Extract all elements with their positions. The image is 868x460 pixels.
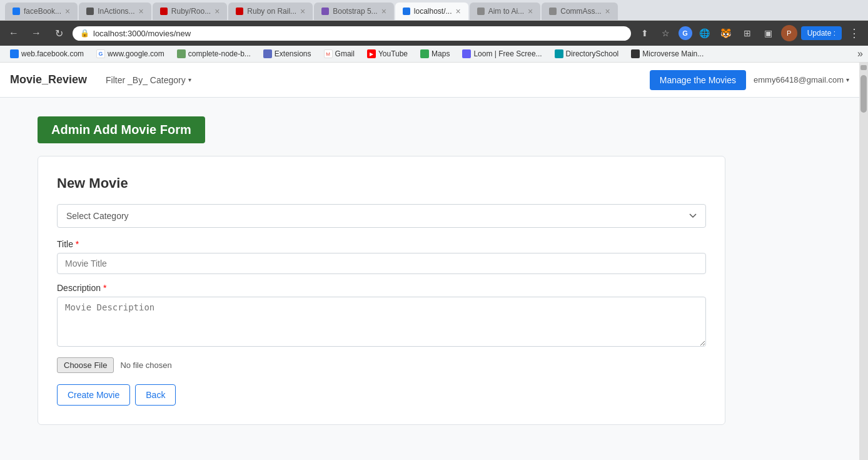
- back-nav-button[interactable]: ←: [5, 24, 23, 42]
- tab-comm[interactable]: CommAss... ×: [542, 3, 618, 20]
- bookmark-gmail-label: Gmail: [335, 49, 355, 58]
- filter-dropdown[interactable]: Filter _By_ Category ▾: [99, 71, 198, 89]
- tab-close-ruby[interactable]: ×: [214, 6, 220, 16]
- tab-inactions[interactable]: InActions... ×: [79, 3, 151, 20]
- menu-button[interactable]: ⋮: [845, 24, 863, 42]
- vertical-scrollbar[interactable]: [859, 63, 868, 460]
- form-container: Admin Add Movie Form New Movie Select Ca…: [0, 98, 859, 444]
- tab-rails[interactable]: Ruby on Rail... ×: [228, 3, 313, 20]
- layout-icon[interactable]: ▣: [760, 24, 777, 42]
- tab-favicon-rails: [236, 8, 243, 15]
- title-label: Title *: [57, 239, 706, 249]
- tiger-icon[interactable]: 🐯: [717, 24, 735, 42]
- user-avatar[interactable]: P: [781, 25, 797, 41]
- tab-bar: faceBook... × InActions... × Ruby/Roo...…: [0, 0, 868, 21]
- tab-favicon-bs: [321, 8, 329, 15]
- bookmark-maps-label: Maps: [431, 49, 450, 58]
- tab-favicon-fb: [13, 8, 20, 15]
- favicon-google: G: [96, 49, 105, 58]
- tab-localhost[interactable]: localhost/... ×: [395, 3, 468, 20]
- back-button[interactable]: Back: [135, 384, 176, 406]
- refresh-button[interactable]: ↻: [50, 24, 68, 42]
- app-navbar: Movie_Review Filter _By_ Category ▾ Mana…: [0, 63, 859, 98]
- bookmark-google[interactable]: G www.google.com: [91, 48, 169, 59]
- bookmark-facebook[interactable]: web.facebook.com: [5, 48, 89, 59]
- bookmark-extensions[interactable]: Extensions: [258, 48, 316, 59]
- title-input[interactable]: [57, 253, 706, 274]
- bookmark-maps[interactable]: Maps: [415, 48, 455, 59]
- user-email-dropdown[interactable]: emmy66418@gmail.com ▾: [754, 75, 849, 84]
- tab-close-rails[interactable]: ×: [300, 6, 305, 16]
- manage-movies-button[interactable]: Manage the Movies: [650, 70, 746, 90]
- bookmark-microverse-label: Microverse Main...: [642, 49, 704, 58]
- bookmark-gmail[interactable]: M Gmail: [319, 48, 360, 59]
- tab-close-bs[interactable]: ×: [381, 6, 386, 16]
- tab-close-comm[interactable]: ×: [605, 6, 610, 16]
- forward-nav-button[interactable]: →: [28, 24, 45, 42]
- scroll-up-arrow[interactable]: [860, 65, 867, 70]
- tab-close-in[interactable]: ×: [139, 6, 144, 16]
- tab-close-aim[interactable]: ×: [528, 6, 533, 16]
- bookmark-loom[interactable]: Loom | Free Scree...: [457, 48, 547, 59]
- bookmark-button[interactable]: ☆: [657, 24, 675, 42]
- globe-icon[interactable]: 🌐: [696, 24, 714, 42]
- form-title-badge: Admin Add Movie Form: [38, 116, 205, 143]
- page-wrapper: Movie_Review Filter _By_ Category ▾ Mana…: [0, 63, 868, 460]
- tab-close-fb[interactable]: ×: [65, 6, 70, 16]
- favicon-directory: [555, 49, 563, 58]
- bookmark-node[interactable]: complete-node-b...: [172, 48, 256, 59]
- tab-favicon-in: [86, 8, 94, 15]
- favicon-loom: [462, 49, 471, 58]
- description-textarea[interactable]: [57, 297, 706, 347]
- bookmark-facebook-label: web.facebook.com: [21, 49, 84, 58]
- tab-facebook[interactable]: faceBook... ×: [5, 3, 78, 20]
- lock-icon: 🔒: [80, 29, 89, 38]
- bookmark-youtube-label: YouTube: [378, 49, 408, 58]
- browser-chrome: ← → ↻ 🔒 localhost:3000/movies/new ⬆ ☆ G …: [0, 21, 868, 46]
- url-display: localhost:3000/movies/new: [93, 29, 623, 38]
- g-extension-icon[interactable]: G: [679, 26, 692, 40]
- address-bar[interactable]: 🔒 localhost:3000/movies/new: [73, 26, 631, 41]
- file-input-wrapper: Choose File No file chosen: [57, 357, 706, 373]
- filter-label: Filter _By_ Category: [106, 75, 186, 85]
- tab-favicon-local: [403, 8, 410, 15]
- browser-actions: ⬆ ☆ G 🌐 🐯 ⊞ ▣ P Update : ⋮: [636, 24, 863, 42]
- favicon-node: [177, 49, 186, 58]
- favicon-gmail: M: [324, 49, 333, 58]
- main-content: Movie_Review Filter _By_ Category ▾ Mana…: [0, 63, 859, 460]
- favicon-microverse: [631, 49, 640, 58]
- scroll-thumb[interactable]: [860, 75, 867, 113]
- tab-close-local[interactable]: ×: [456, 6, 461, 16]
- description-required-star: *: [103, 283, 106, 293]
- no-file-text: No file chosen: [120, 360, 171, 370]
- category-select[interactable]: Select Category Action Comedy Drama Horr…: [57, 204, 706, 228]
- user-chevron-icon: ▾: [846, 76, 849, 83]
- bookmark-node-label: complete-node-b...: [188, 49, 251, 58]
- extensions-icon[interactable]: ⊞: [739, 24, 756, 42]
- share-button[interactable]: ⬆: [636, 24, 654, 42]
- update-button[interactable]: Update :: [801, 26, 842, 40]
- bookmark-loom-label: Loom | Free Scree...: [473, 49, 542, 58]
- tab-ruby[interactable]: Ruby/Roo... ×: [153, 3, 228, 20]
- title-required-star: *: [76, 239, 79, 249]
- favicon-facebook: [10, 49, 19, 58]
- user-email-text: emmy66418@gmail.com: [754, 75, 844, 84]
- bookmark-youtube[interactable]: ▶ YouTube: [362, 48, 413, 59]
- bookmark-directory[interactable]: DirectorySchool: [550, 48, 624, 59]
- bookmark-microverse[interactable]: Microverse Main...: [626, 48, 709, 59]
- favicon-youtube: ▶: [367, 49, 376, 58]
- bookmark-extensions-label: Extensions: [275, 49, 311, 58]
- tab-favicon-aim: [477, 8, 485, 15]
- bookmarks-more-button[interactable]: »: [857, 48, 863, 59]
- app-brand: Movie_Review: [10, 73, 87, 86]
- create-movie-button[interactable]: Create Movie: [57, 384, 130, 406]
- filter-chevron-icon: ▾: [188, 76, 191, 83]
- tab-aim[interactable]: Aim to Ai... ×: [470, 3, 541, 20]
- bookmark-directory-label: DirectorySchool: [566, 49, 619, 58]
- tab-bootstrap[interactable]: Bootstrap 5... ×: [314, 3, 394, 20]
- form-card-title: New Movie: [57, 175, 706, 192]
- tab-favicon-ruby: [160, 8, 168, 15]
- bookmark-google-label: www.google.com: [108, 49, 164, 58]
- description-label: Description *: [57, 283, 706, 293]
- choose-file-button[interactable]: Choose File: [57, 357, 114, 373]
